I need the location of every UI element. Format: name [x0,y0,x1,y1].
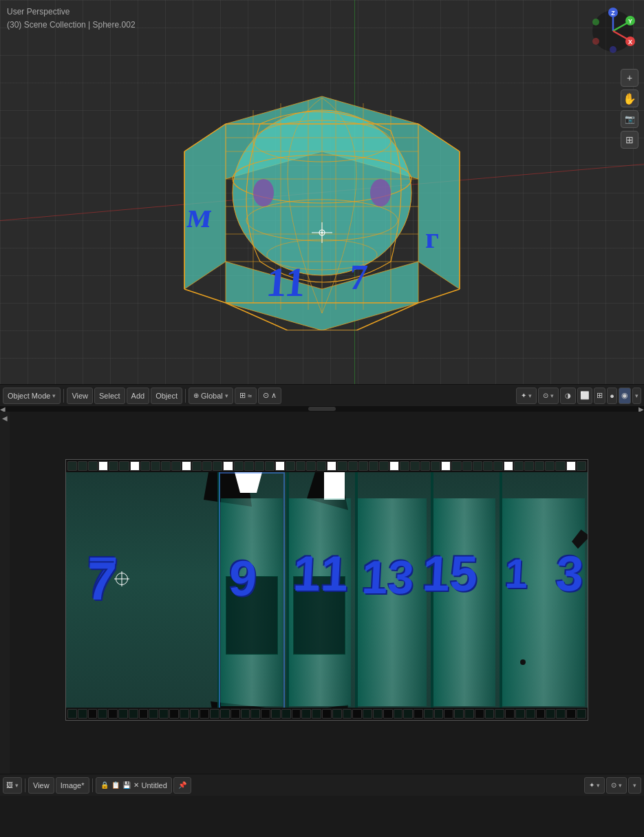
left-panel[interactable]: ◀ [0,412,10,774]
overlay-toggle[interactable]: ⊙ ▾ [538,388,559,404]
scene-number-3: 3 [555,545,585,602]
image-view-menu[interactable]: View [28,777,54,794]
shading-options[interactable]: ▾ [632,388,641,404]
scene-number-11: 11 [292,545,350,602]
camera-button[interactable]: 📷 [621,110,638,128]
image-name-selector[interactable]: 🔒 📋 💾 ✕ Untitled [96,777,172,794]
select-menu[interactable]: Select [94,388,125,404]
mode-selector[interactable]: Object Mode ▾ [3,388,61,404]
transform-orientation[interactable]: ⊕ Global ▾ [189,388,233,404]
svg-point-39 [253,179,274,206]
svg-line-51 [418,289,460,303]
scene-number-1: 1 [504,550,529,597]
scene-number-15: 15 [421,545,479,602]
image-gizmo-toggle[interactable]: ✦ ▾ [584,777,605,794]
svg-text:г: г [425,221,439,255]
object-menu[interactable]: Object [151,388,182,404]
image-menu[interactable]: Image* [56,777,89,794]
viewport-divider[interactable]: ◀ ▶ [0,406,644,412]
sep1 [63,389,64,403]
xray-toggle[interactable]: ◑ [560,388,576,404]
grid-button[interactable]: ⊞ [621,131,638,149]
proportional-edit[interactable]: ⊙ ∧ [258,388,281,404]
svg-point-40 [370,179,391,206]
svg-point-12 [592,19,599,25]
rendered-scene: 7 7 9 11 13 15 1 3 5 [65,459,588,721]
solid-shading[interactable]: ⬜ [577,388,592,404]
svg-point-10 [610,46,616,53]
toolbar-image: 🖼 ▾ View Image* 🔒 📋 💾 ✕ Untitled 📌 ✦ ▾ [0,774,644,796]
viewport-3d[interactable]: User Perspective (30) Scene Collection |… [0,0,644,406]
scene-number-7-display: 7 [85,550,118,613]
toolbar-3d: Object Mode ▾ View Select Add Object ⊕ G… [0,384,644,406]
svg-marker-15 [418,124,460,289]
sep2 [185,389,186,403]
filmstrip-top [66,460,588,472]
viewport-tools: + ✋ 📷 ⊞ [621,69,638,149]
svg-point-44 [321,232,323,234]
mesh-svg: м 11 7 г [171,41,473,330]
snapping-toggle[interactable]: ⊞ ≈ [235,388,257,404]
wireframe-shading[interactable]: ⊞ [594,388,605,404]
svg-line-48 [184,289,226,303]
crosshair [114,571,129,586]
image-pin-button[interactable]: 📌 [173,777,191,794]
scene-number-13: 13 [361,550,416,604]
svg-point-11 [592,38,599,45]
svg-text:7: 7 [348,257,369,297]
svg-text:Z: Z [611,10,615,17]
pan-button[interactable]: ✋ [621,89,638,107]
view-menu[interactable]: View [67,388,93,404]
image-overlay-toggle[interactable]: ⊙ ▾ [606,777,627,794]
rendered-shading[interactable]: ◉ [619,388,631,404]
image-options[interactable]: ▾ [628,777,641,794]
filmstrip-bottom [66,708,588,720]
axis-gizmo-svg: Z Y X [589,7,637,55]
axis-gizmo[interactable]: Z Y X [589,7,637,55]
material-shading[interactable]: ● [607,388,617,404]
gizmo-toggle[interactable]: ✦ ▾ [516,388,537,404]
svg-text:X: X [628,39,632,45]
divider-handle [308,407,336,411]
panel-collapse-icon: ◀ [2,414,8,422]
3d-mesh: м 11 7 г [171,41,473,330]
svg-text:Y: Y [628,18,632,25]
scene-number-9: 9 [228,550,258,606]
scene-content: 7 7 9 11 13 15 1 3 5 [66,472,588,721]
add-menu[interactable]: Add [127,388,150,404]
zoom-in-button[interactable]: + [621,69,638,87]
viewport-image-editor[interactable]: ◀ + ✋ [0,412,644,796]
image-canvas: 7 7 9 11 13 15 1 3 5 [10,412,644,768]
svg-text:11: 11 [264,259,308,305]
editor-type-selector[interactable]: 🖼 ▾ [3,777,22,794]
